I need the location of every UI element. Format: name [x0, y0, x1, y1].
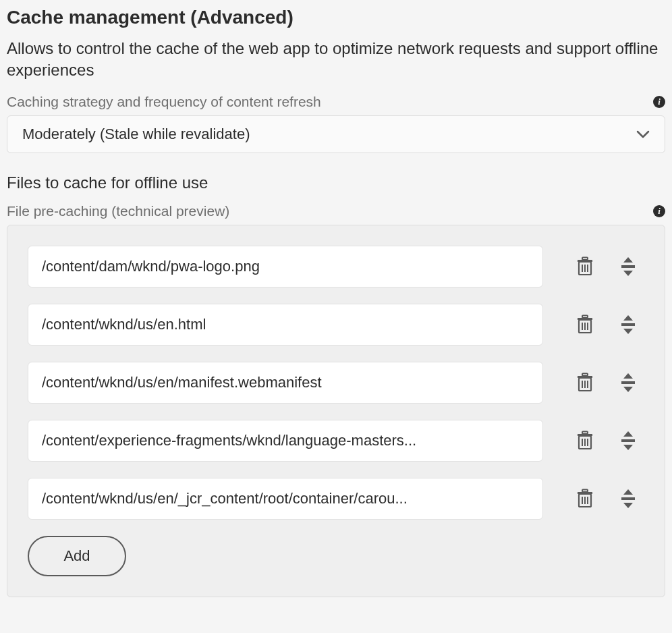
- delete-icon[interactable]: [576, 373, 594, 392]
- svg-marker-26: [623, 387, 633, 392]
- row-actions: [576, 315, 638, 334]
- reorder-icon[interactable]: [619, 373, 638, 392]
- reorder-icon[interactable]: [619, 257, 638, 276]
- svg-rect-14: [582, 315, 588, 318]
- row-actions: [576, 489, 638, 508]
- svg-rect-5: [582, 257, 588, 260]
- add-button-label: Add: [63, 547, 90, 565]
- file-row: [28, 304, 644, 346]
- reorder-icon[interactable]: [619, 315, 638, 334]
- file-row: [28, 478, 644, 520]
- file-path-input[interactable]: [28, 362, 543, 404]
- svg-marker-17: [623, 329, 633, 334]
- chevron-down-icon: [636, 130, 650, 138]
- svg-marker-42: [623, 489, 633, 495]
- svg-rect-32: [582, 431, 588, 434]
- svg-rect-34: [621, 439, 635, 442]
- files-label-row: File pre-caching (technical preview) i: [7, 203, 665, 219]
- svg-marker-24: [623, 373, 633, 379]
- svg-marker-44: [623, 503, 633, 508]
- svg-rect-23: [582, 373, 588, 376]
- delete-icon[interactable]: [576, 489, 594, 508]
- strategy-label: Caching strategy and frequency of conten…: [7, 94, 321, 110]
- svg-rect-43: [621, 497, 635, 500]
- svg-marker-33: [623, 431, 633, 437]
- svg-rect-7: [621, 265, 635, 268]
- svg-rect-41: [582, 489, 588, 492]
- svg-marker-8: [623, 271, 633, 276]
- reorder-icon[interactable]: [619, 431, 638, 450]
- files-heading: Files to cache for offline use: [7, 173, 665, 192]
- file-row: [28, 420, 644, 462]
- delete-icon[interactable]: [576, 431, 594, 450]
- reorder-icon[interactable]: [619, 489, 638, 508]
- files-label: File pre-caching (technical preview): [7, 203, 229, 219]
- add-button[interactable]: Add: [28, 536, 126, 576]
- row-actions: [576, 431, 638, 450]
- file-path-input[interactable]: [28, 304, 543, 346]
- strategy-label-row: Caching strategy and frequency of conten…: [7, 94, 665, 110]
- cache-management-panel: Cache management (Advanced) Allows to co…: [0, 0, 672, 633]
- file-row: [28, 246, 644, 287]
- file-path-input[interactable]: [28, 478, 543, 520]
- row-actions: [576, 257, 638, 276]
- svg-marker-15: [623, 315, 633, 321]
- delete-icon[interactable]: [576, 315, 594, 334]
- svg-marker-35: [623, 445, 633, 450]
- strategy-dropdown[interactable]: Moderately (Stale while revalidate): [7, 115, 665, 153]
- row-actions: [576, 373, 638, 392]
- file-row: [28, 362, 644, 404]
- info-icon[interactable]: i: [653, 96, 665, 108]
- svg-marker-6: [623, 257, 633, 263]
- svg-rect-16: [621, 323, 635, 326]
- delete-icon[interactable]: [576, 257, 594, 276]
- file-path-input[interactable]: [28, 420, 543, 462]
- section-description: Allows to control the cache of the web a…: [7, 38, 665, 82]
- section-title: Cache management (Advanced): [7, 7, 665, 28]
- strategy-selected-value: Moderately (Stale while revalidate): [22, 126, 250, 143]
- info-icon[interactable]: i: [653, 205, 665, 217]
- file-precache-panel: Add: [7, 225, 665, 597]
- file-path-input[interactable]: [28, 246, 543, 287]
- svg-rect-25: [621, 381, 635, 384]
